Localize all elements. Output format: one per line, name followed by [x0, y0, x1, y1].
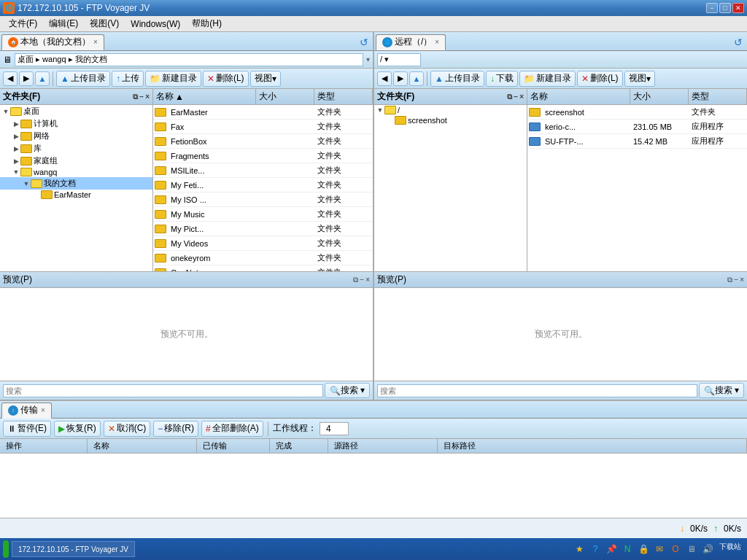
tree-close-icon[interactable]: × — [145, 93, 150, 101]
right-forward-btn[interactable]: ▶ — [393, 71, 408, 86]
taskbar-icon-7[interactable]: O — [668, 542, 683, 556]
taskbar-icon-5[interactable]: 🔒 — [636, 542, 651, 556]
transfer-tab[interactable]: ↕ 传输 × — [1, 402, 52, 419]
taskbar-icon-4[interactable]: N — [620, 542, 635, 556]
left-upload-btn[interactable]: ↑ 上传 — [112, 71, 144, 87]
tree-item-computer[interactable]: ▶ 计算机 — [0, 117, 152, 130]
list-item[interactable]: My Videos 文件夹 — [153, 236, 373, 251]
transfer-pause-btn[interactable]: ⏸ 暂停(E) — [3, 421, 51, 437]
left-col-type[interactable]: 类型 — [314, 89, 373, 104]
right-newdir-btn[interactable]: 📁 新建目录 — [519, 71, 576, 87]
preview-restore-icon[interactable]: ⧉ — [353, 276, 358, 284]
taskbar-start[interactable] — [3, 540, 9, 558]
taskbar-icon-8[interactable]: 🖥 — [684, 542, 699, 556]
transfer-resume-btn[interactable]: ▶ 恢复(R) — [54, 421, 101, 437]
transfer-cancel-btn[interactable]: ✕ 取消(C) — [104, 421, 151, 437]
minimize-button[interactable]: − — [706, 3, 718, 13]
tree-item-desktop[interactable]: ▼ 桌面 — [0, 105, 152, 117]
list-item[interactable]: MSILite... 文件夹 — [153, 163, 373, 178]
preview-close-icon[interactable]: × — [365, 276, 370, 284]
transfer-delete-all-btn[interactable]: # 全部删除(A) — [201, 421, 263, 437]
maximize-button[interactable]: □ — [719, 3, 731, 13]
right-preview-restore-icon[interactable]: ⧉ — [727, 276, 732, 284]
list-item[interactable]: FetionBox 文件夹 — [153, 134, 373, 149]
menu-windows[interactable]: Windows(W) — [125, 18, 186, 31]
left-upload-dir-btn[interactable]: ▲ 上传目录 — [56, 71, 110, 87]
menu-file[interactable]: 文件(F) — [3, 16, 43, 31]
close-button[interactable]: ✕ — [732, 3, 744, 13]
left-up-btn[interactable]: ▲ — [35, 71, 50, 86]
right-search-btn[interactable]: 🔍 搜索 ▾ — [699, 383, 744, 398]
tree-restore-icon[interactable]: ⧉ — [133, 93, 138, 101]
list-item[interactable]: SU-FTP-... 15.42 MB 应用程序 — [527, 134, 747, 149]
list-item[interactable]: EarMaster 文件夹 — [153, 105, 373, 120]
list-item[interactable]: My Pict... 文件夹 — [153, 222, 373, 236]
list-item[interactable]: My Music 文件夹 — [153, 207, 373, 222]
right-tab-close[interactable]: × — [435, 38, 439, 46]
list-item[interactable]: kerio-c... 231.05 MB 应用程序 — [527, 120, 747, 134]
tree-item-wangq[interactable]: ▼ wangq — [0, 167, 152, 177]
taskbar-icon-3[interactable]: 📌 — [604, 542, 619, 556]
tree-item-earmaster[interactable]: EarMaster — [0, 190, 152, 200]
right-addr-input[interactable] — [377, 53, 421, 66]
right-col-type[interactable]: 类型 — [689, 89, 747, 104]
right-view-btn[interactable]: 视图 ▾ — [624, 71, 655, 87]
left-search-input[interactable] — [3, 384, 323, 397]
right-upload-dir-btn[interactable]: ▲ 上传目录 — [430, 71, 484, 87]
left-addr-input[interactable] — [15, 53, 363, 66]
list-item[interactable]: Fragments 文件夹 — [153, 149, 373, 163]
right-download-btn[interactable]: ↓ 下载 — [486, 71, 518, 87]
tree-item-screenshot[interactable]: screenshot — [374, 115, 527, 125]
list-item[interactable]: Fax 文件夹 — [153, 120, 373, 134]
left-tab-refresh[interactable]: ↺ — [357, 36, 371, 48]
left-search-btn[interactable]: 🔍 搜索 ▾ — [325, 383, 370, 398]
right-tab-refresh[interactable]: ↺ — [731, 36, 746, 48]
left-delete-btn[interactable]: ✕ 删除(L) — [203, 71, 249, 87]
menu-view[interactable]: 视图(V) — [84, 16, 125, 31]
list-item[interactable]: My ISO ... 文件夹 — [153, 192, 373, 207]
right-up-btn[interactable]: ▲ — [409, 71, 424, 86]
taskbar-ftp-item[interactable]: 172.172.10.105 - FTP Voyager JV — [12, 541, 135, 557]
list-item[interactable]: OneNote... 文件夹 — [153, 265, 373, 271]
tree-item-lib[interactable]: ▶ 库 — [0, 142, 152, 155]
transfer-tab-close[interactable]: × — [41, 406, 45, 414]
right-tab-remote[interactable]: 🌐 远程（/） × — [376, 34, 446, 50]
right-search-input[interactable] — [377, 384, 697, 397]
left-col-size[interactable]: 大小 — [256, 89, 314, 104]
tree-item-homegroup[interactable]: ▶ 家庭组 — [0, 155, 152, 167]
right-preview-min-icon[interactable]: − — [734, 276, 738, 284]
right-col-name[interactable]: 名称 — [527, 89, 630, 104]
taskbar-icon-2[interactable]: ? — [588, 542, 603, 556]
taskbar-icon-6[interactable]: ✉ — [652, 542, 667, 556]
taskbar-icon-1[interactable]: ★ — [572, 542, 587, 556]
tree-item-network[interactable]: ▶ 网络 — [0, 130, 152, 142]
transfer-remove-btn[interactable]: − 移除(R) — [153, 421, 198, 437]
preview-min-icon[interactable]: − — [360, 276, 364, 284]
right-delete-btn[interactable]: ✕ 删除(L) — [577, 71, 623, 87]
right-tree-restore-icon[interactable]: ⧉ — [507, 93, 512, 101]
menu-help[interactable]: 帮助(H) — [186, 16, 228, 31]
right-back-btn[interactable]: ◀ — [377, 71, 392, 86]
left-back-btn[interactable]: ◀ — [3, 71, 18, 86]
right-preview-close-icon[interactable]: × — [740, 276, 744, 284]
list-item[interactable]: onekeyrom 文件夹 — [153, 251, 373, 265]
left-forward-btn[interactable]: ▶ — [19, 71, 34, 86]
workers-input[interactable] — [320, 422, 349, 435]
taskbar-icon-9[interactable]: 🔊 — [700, 542, 715, 556]
file-size — [256, 112, 314, 113]
file-folder-icon — [155, 108, 166, 117]
left-newdir-btn[interactable]: 📁 新建目录 — [145, 71, 201, 87]
right-col-size[interactable]: 大小 — [630, 89, 689, 104]
right-tree-min-icon[interactable]: − — [514, 93, 518, 101]
left-col-name[interactable]: 名称 ▲ — [153, 89, 256, 104]
tree-item-root[interactable]: ▼ / — [374, 105, 527, 115]
tree-item-mydocs[interactable]: ▼ 我的文档 — [0, 177, 152, 190]
left-tab-close[interactable]: × — [93, 38, 98, 46]
menu-edit[interactable]: 编辑(E) — [43, 16, 84, 31]
list-item[interactable]: My Feti... 文件夹 — [153, 178, 373, 192]
right-tree-close-icon[interactable]: × — [519, 93, 524, 101]
tree-min-icon[interactable]: − — [139, 93, 144, 101]
left-view-btn[interactable]: 视图 ▾ — [250, 71, 281, 87]
list-item[interactable]: screenshot 文件夹 — [527, 105, 747, 120]
left-tab-local[interactable]: 🏠 本地（我的文档） × — [1, 34, 104, 50]
